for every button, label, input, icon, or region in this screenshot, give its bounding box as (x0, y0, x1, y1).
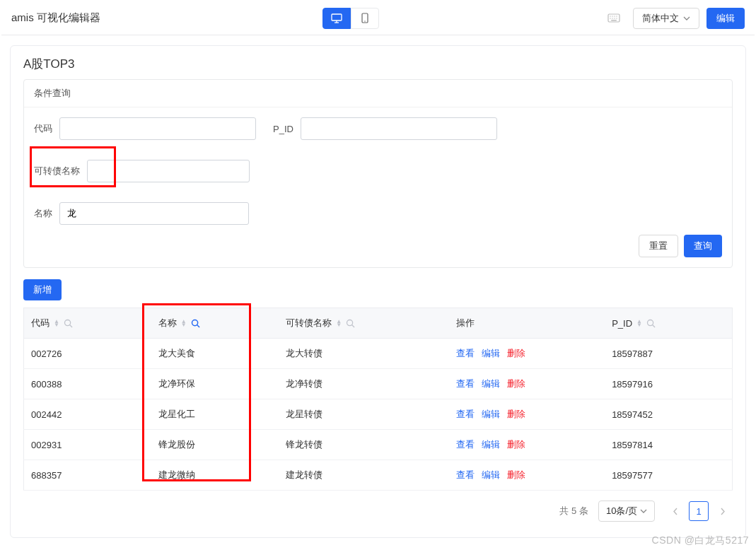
language-label: 简体中文 (642, 12, 679, 25)
table-footer: 共 5 条 10条/页 1 (23, 491, 733, 525)
svg-point-21 (647, 320, 653, 325)
filter-item-bond: 可转债名称 (34, 160, 250, 182)
svg-point-7 (612, 16, 612, 16)
view-link[interactable]: 查看 (456, 348, 475, 358)
bond-input[interactable] (87, 160, 250, 182)
column-header-pid[interactable]: P_ID ▲▼ (605, 308, 732, 339)
cell-name: 龙大美食 (151, 339, 279, 369)
filter-label-name: 名称 (34, 207, 52, 220)
cell-name: 龙净环保 (151, 369, 279, 399)
delete-link[interactable]: 删除 (507, 348, 525, 358)
keyboard-icon[interactable] (602, 11, 626, 25)
table-row: 002931锋龙股份锋龙转债查看编辑删除18597814 (24, 430, 733, 460)
filter-item-name: 名称 (34, 202, 722, 225)
desktop-icon (331, 13, 342, 23)
cell-pid: 18597577 (605, 460, 732, 491)
svg-point-6 (610, 16, 610, 16)
cell-code: 688357 (24, 460, 151, 491)
delete-link[interactable]: 删除 (507, 469, 525, 480)
cell-ops: 查看编辑删除 (449, 430, 605, 460)
name-input[interactable] (59, 202, 249, 225)
page-size-select[interactable]: 10条/页 (598, 501, 655, 522)
filter-actions: 重置 查询 (24, 235, 732, 267)
svg-point-13 (616, 18, 617, 18)
cell-bond: 建龙转债 (279, 460, 448, 491)
chevron-left-icon (673, 508, 678, 515)
query-button[interactable]: 查询 (684, 235, 722, 257)
next-page-button[interactable] (713, 501, 733, 521)
edit-link[interactable]: 编辑 (482, 439, 500, 450)
page-number[interactable]: 1 (689, 501, 709, 521)
cell-code: 002726 (24, 339, 151, 369)
edit-link[interactable]: 编辑 (482, 378, 500, 389)
cell-code: 600388 (24, 369, 151, 399)
column-header-bond[interactable]: 可转债名称 ▲▼ (279, 308, 448, 339)
mobile-icon (361, 13, 368, 23)
toolbar: 新增 (23, 279, 733, 300)
device-desktop-button[interactable] (322, 8, 351, 29)
panel-body: 条件查询 代码 P_ID 可转债名称 名称 (11, 79, 745, 537)
sort-icon: ▲▼ (54, 320, 59, 327)
cell-ops: 查看编辑删除 (449, 369, 605, 399)
edit-link[interactable]: 编辑 (482, 469, 500, 480)
chevron-down-icon (683, 16, 690, 21)
column-header-name[interactable]: 名称 ▲▼ (151, 308, 279, 339)
cell-pid: 18597887 (605, 339, 732, 369)
total-count: 共 5 条 (559, 505, 588, 517)
cell-ops: 查看编辑删除 (449, 460, 605, 491)
delete-link[interactable]: 删除 (507, 439, 525, 450)
svg-point-10 (610, 18, 610, 18)
view-link[interactable]: 查看 (456, 469, 475, 480)
svg-point-17 (192, 320, 197, 325)
edit-link[interactable]: 编辑 (482, 348, 500, 358)
cell-pid: 18597452 (605, 399, 732, 430)
svg-line-16 (70, 324, 72, 327)
view-link[interactable]: 查看 (456, 439, 475, 450)
svg-line-20 (352, 324, 354, 327)
device-mobile-button[interactable] (351, 8, 379, 29)
search-icon (64, 319, 73, 328)
filter-item-code: 代码 (34, 117, 256, 140)
edit-link[interactable]: 编辑 (482, 409, 500, 419)
view-link[interactable]: 查看 (456, 378, 475, 389)
cell-ops: 查看编辑删除 (449, 339, 605, 369)
svg-rect-0 (332, 14, 342, 21)
table-row: 002726龙大美食龙大转债查看编辑删除18597887 (24, 339, 733, 369)
delete-link[interactable]: 删除 (507, 378, 525, 389)
prev-page-button[interactable] (665, 501, 685, 521)
topbar: amis 可视化编辑器 简体中文 编辑 (1, 1, 755, 35)
language-select[interactable]: 简体中文 (633, 8, 699, 29)
reset-button[interactable]: 重置 (639, 235, 678, 257)
cell-name: 锋龙股份 (151, 430, 279, 460)
column-header-code[interactable]: 代码 ▲▼ (24, 308, 151, 339)
svg-point-12 (614, 18, 615, 18)
code-input[interactable] (59, 117, 256, 140)
filter-label-pid: P_ID (273, 124, 293, 134)
table-row: 600388龙净环保龙净转债查看编辑删除18597916 (24, 369, 733, 399)
svg-line-18 (197, 324, 199, 327)
pagination: 1 (665, 501, 733, 521)
table-wrap: 代码 ▲▼ 名称 ▲▼ (23, 308, 733, 491)
edit-button[interactable]: 编辑 (706, 8, 745, 29)
chevron-down-icon (640, 509, 647, 513)
sort-icon: ▲▼ (336, 320, 342, 327)
sort-icon: ▲▼ (181, 320, 187, 327)
svg-rect-14 (611, 20, 617, 21)
cell-bond: 龙净转债 (279, 369, 448, 399)
add-button[interactable]: 新增 (23, 279, 62, 300)
cell-name: 龙星化工 (151, 399, 279, 430)
search-icon (646, 319, 656, 328)
view-link[interactable]: 查看 (456, 409, 475, 419)
device-switcher (100, 8, 602, 29)
filter-item-pid: P_ID (273, 117, 497, 140)
pid-input[interactable] (301, 117, 497, 140)
cell-pid: 18597916 (605, 369, 732, 399)
delete-link[interactable]: 删除 (507, 409, 525, 419)
filter-title: 条件查询 (24, 80, 732, 107)
app-title: amis 可视化编辑器 (11, 11, 100, 25)
cell-code: 002442 (24, 399, 151, 430)
svg-point-4 (365, 21, 366, 21)
cell-ops: 查看编辑删除 (449, 399, 605, 430)
sort-icon: ▲▼ (636, 320, 642, 327)
cell-bond: 龙星转债 (279, 399, 448, 430)
